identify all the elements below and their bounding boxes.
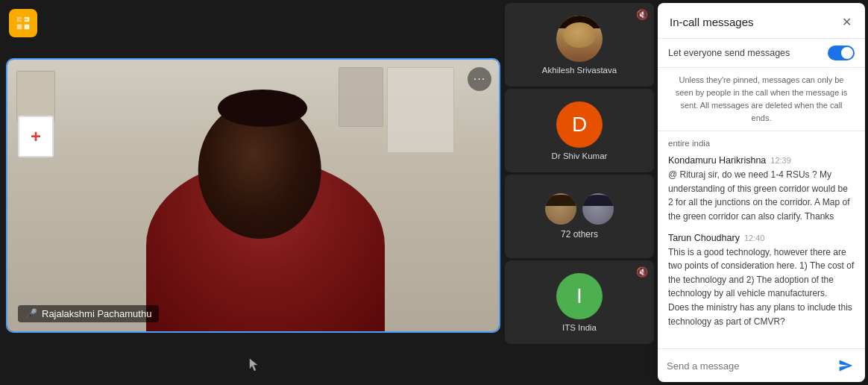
let-everyone-row: Let everyone send messages xyxy=(658,39,865,68)
message-input-field[interactable] xyxy=(667,360,829,372)
message-time-2: 12:40 xyxy=(744,234,765,242)
message-input-row xyxy=(658,348,865,382)
avatar-others-2 xyxy=(582,193,614,225)
avatar-akhilesh xyxy=(556,16,603,62)
messages-header: In-call messages ✕ xyxy=(658,3,865,39)
avatar-others-1 xyxy=(545,193,576,225)
message-item-1: Kondamuru Harikrishna 12:39 @ Rituraj si… xyxy=(668,155,855,223)
cursor xyxy=(249,358,255,369)
mute-icon-its: 🔇 xyxy=(636,266,648,278)
avatar-its: I xyxy=(556,273,603,319)
participant-tile-shiv: D Dr Shiv Kumar xyxy=(505,89,654,172)
let-everyone-toggle[interactable] xyxy=(828,46,855,60)
more-options-button[interactable]: ··· xyxy=(468,67,491,91)
meet-icon xyxy=(9,9,37,37)
svg-rect-3 xyxy=(25,25,30,30)
message-item-2: Tarun Choudhary 12:40 This is a good tec… xyxy=(668,233,855,329)
participant-name-badge: 🎤 Rajalakshmi Pachamuthu xyxy=(18,305,159,322)
participant-tile-its: 🔇 I ITS India xyxy=(505,260,654,344)
message-sender-1: Kondamuru Harikrishna xyxy=(668,155,766,166)
messages-panel-title: In-call messages xyxy=(670,16,754,28)
close-messages-button[interactable]: ✕ xyxy=(839,13,855,31)
message-text-2: This is a good technology, however there… xyxy=(668,245,855,329)
send-message-button[interactable] xyxy=(835,355,856,376)
participants-panel: 🔇 Akhilesh Srivastava D Dr Shiv Kumar xyxy=(505,3,654,344)
participant-tile-akhilesh: 🔇 Akhilesh Srivastava xyxy=(505,3,654,87)
avatar-shiv: D xyxy=(556,101,603,148)
let-everyone-label: Let everyone send messages xyxy=(668,48,790,58)
main-video-tile: + 🎤 Rajalakshmi Pachamuthu ··· xyxy=(6,58,500,333)
message-sender-2: Tarun Choudhary xyxy=(668,233,740,243)
participant-name-its: ITS India xyxy=(562,323,597,332)
svg-rect-2 xyxy=(17,25,22,30)
messages-body: entire india Kondamuru Harikrishna 12:39… xyxy=(658,131,865,348)
messages-panel: In-call messages ✕ Let everyone send mes… xyxy=(658,3,865,382)
participant-tile-others: 72 others xyxy=(505,175,654,258)
others-count-label: 72 others xyxy=(561,229,598,240)
messages-context: entire india xyxy=(668,139,855,148)
mute-icon-akhilesh: 🔇 xyxy=(636,9,648,20)
participant-name-shiv: Dr Shiv Kumar xyxy=(552,151,608,160)
participant-name-akhilesh: Akhilesh Srivastava xyxy=(542,66,617,75)
messages-info-text: Unless they're pinned, messages can only… xyxy=(658,68,865,131)
mic-icon: 🎤 xyxy=(25,308,37,319)
message-time-1: 12:39 xyxy=(770,156,791,165)
message-text-1: @ Rituraj sir, do we need 1-4 RSUs ? My … xyxy=(668,168,855,223)
